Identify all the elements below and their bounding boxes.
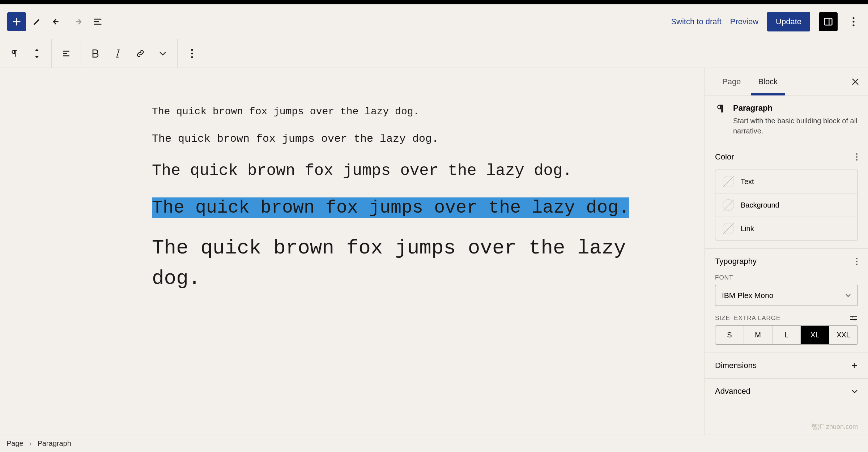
color-text-button[interactable]: Text — [715, 170, 858, 193]
chevron-down-icon — [851, 389, 858, 393]
editor-canvas[interactable]: The quick brown fox jumps over the lazy … — [0, 68, 705, 435]
align-button[interactable] — [58, 46, 74, 61]
plus-icon — [851, 362, 858, 369]
font-select[interactable]: IBM Plex Mono — [715, 285, 858, 306]
link-button[interactable] — [132, 46, 148, 61]
size-l-button[interactable]: L — [773, 326, 801, 344]
plus-icon — [12, 17, 22, 27]
update-button[interactable]: Update — [767, 12, 810, 31]
size-xxl-button[interactable]: XXL — [829, 326, 858, 344]
header-right-actions: Switch to draft Preview Update — [671, 12, 861, 31]
svg-point-3 — [853, 21, 855, 22]
color-section-header[interactable]: Color — [705, 144, 868, 170]
size-header: SIZE EXTRA LARGE — [715, 315, 858, 322]
settings-sidebar: Page Block Paragraph Start with the basi… — [705, 68, 868, 435]
empty-swatch-icon — [723, 199, 734, 211]
undo-button[interactable] — [48, 12, 67, 31]
size-s-button[interactable]: S — [715, 326, 744, 344]
more-options-button[interactable] — [846, 12, 861, 31]
size-m-button[interactable]: M — [744, 326, 773, 344]
dimensions-section: Dimensions — [705, 353, 868, 378]
window-top-bar — [0, 0, 868, 4]
svg-point-2 — [853, 17, 855, 19]
undo-icon — [52, 16, 63, 27]
block-info-text: Paragraph Start with the basic building … — [733, 103, 858, 136]
color-link-button[interactable]: Link — [715, 217, 858, 240]
align-left-icon — [61, 49, 71, 58]
paragraph-block[interactable]: The quick brown fox jumps over the lazy … — [152, 159, 650, 183]
editor-main: The quick brown fox jumps over the lazy … — [0, 68, 868, 435]
breadcrumb-current[interactable]: Paragraph — [37, 439, 71, 448]
header-left-tools — [7, 12, 107, 31]
pencil-icon — [32, 17, 42, 27]
bold-button[interactable] — [88, 46, 103, 61]
tab-page[interactable]: Page — [714, 68, 749, 95]
move-handles[interactable] — [29, 46, 45, 61]
bold-icon — [92, 49, 99, 58]
add-block-button[interactable] — [7, 12, 26, 31]
typography-body: FONT IBM Plex Mono SIZE EXTRA LARGE S — [705, 274, 868, 353]
paragraph-block-selected[interactable]: The quick brown fox jumps over the lazy … — [152, 194, 650, 221]
svg-point-13 — [856, 264, 858, 265]
block-more-group — [178, 39, 207, 68]
panel-icon — [823, 17, 833, 27]
empty-swatch-icon — [723, 176, 734, 187]
sidebar-tabs: Page Block — [705, 68, 868, 95]
paragraph-block[interactable]: The quick brown fox jumps over the lazy … — [152, 104, 650, 119]
paragraph-block[interactable]: The quick brown fox jumps over the lazy … — [152, 233, 650, 294]
pilcrow-icon — [10, 49, 19, 58]
svg-point-10 — [856, 159, 858, 161]
alignment-group — [52, 39, 81, 68]
paragraph-block[interactable]: The quick brown fox jumps over the lazy … — [152, 131, 650, 147]
svg-point-8 — [856, 153, 858, 155]
edit-mode-button[interactable] — [27, 12, 46, 31]
dimensions-section-header[interactable]: Dimensions — [705, 353, 868, 378]
redo-icon — [72, 16, 83, 27]
empty-swatch-icon — [723, 223, 734, 234]
size-selector: S M L XL XXL — [715, 325, 858, 345]
sidebar-close-button[interactable] — [851, 78, 859, 86]
close-icon — [851, 78, 859, 86]
advanced-section: Advanced — [705, 378, 868, 404]
kebab-icon — [856, 257, 858, 265]
chevron-down-icon — [159, 51, 166, 56]
size-label: SIZE — [715, 315, 730, 321]
italic-button[interactable] — [110, 46, 126, 61]
kebab-icon — [852, 17, 855, 26]
pilcrow-icon — [715, 103, 726, 136]
breadcrumb-root[interactable]: Page — [7, 439, 24, 448]
tab-block[interactable]: Block — [749, 68, 786, 95]
block-title: Paragraph — [733, 103, 858, 113]
svg-point-9 — [856, 156, 858, 158]
svg-point-5 — [191, 49, 193, 51]
typography-section-header[interactable]: Typography — [705, 249, 868, 274]
move-up-down-icon — [33, 48, 41, 59]
redo-button[interactable] — [68, 12, 87, 31]
color-list: Text Background Link — [705, 170, 868, 248]
advanced-section-header[interactable]: Advanced — [705, 379, 868, 404]
color-background-button[interactable]: Background — [715, 193, 858, 217]
sidebar-toggle-button[interactable] — [819, 12, 838, 31]
document-outline-button[interactable] — [88, 12, 107, 31]
outline-icon — [93, 17, 103, 27]
svg-point-11 — [856, 258, 858, 259]
custom-size-icon[interactable] — [849, 315, 858, 322]
format-group — [81, 39, 178, 68]
kebab-icon — [856, 153, 858, 161]
breadcrumb-separator: › — [29, 439, 32, 448]
editor-header: Switch to draft Preview Update — [0, 4, 868, 39]
block-type-group — [0, 39, 52, 68]
breadcrumb-footer: Page › Paragraph — [0, 435, 868, 452]
block-toolbar — [0, 39, 868, 68]
switch-to-draft-button[interactable]: Switch to draft — [671, 17, 721, 26]
block-type-button[interactable] — [7, 46, 22, 61]
svg-point-7 — [191, 56, 193, 58]
svg-point-6 — [191, 52, 193, 54]
size-xl-button[interactable]: XL — [801, 326, 829, 344]
block-more-button[interactable] — [184, 46, 200, 61]
more-format-button[interactable] — [155, 46, 171, 61]
kebab-icon — [191, 49, 193, 58]
preview-button[interactable]: Preview — [730, 17, 758, 26]
chevron-down-icon — [845, 294, 851, 297]
color-section: Color Text Background — [705, 144, 868, 248]
